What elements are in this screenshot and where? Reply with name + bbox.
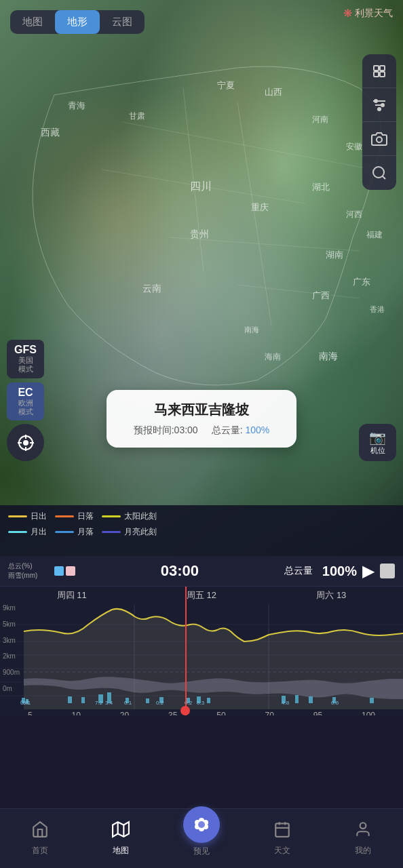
predict-center-icon xyxy=(183,806,220,843)
camera-button[interactable] xyxy=(362,122,396,156)
popup-forecast-time: 预报时间:03:00 xyxy=(134,425,198,437)
search-button[interactable] xyxy=(362,156,396,190)
sunrise-line xyxy=(8,515,27,517)
cloud-altitude-chart: 0.4 0.1 7.2 3.4 0.1 0.2 0.2 0.3 4.8 0.6 xyxy=(0,604,403,709)
nav-profile-label: 我的 xyxy=(355,845,371,856)
popup-location-title: 马来西亚吉隆坡 xyxy=(123,401,280,419)
svg-text:7.2: 7.2 xyxy=(95,700,103,706)
scale-35: 35 xyxy=(168,711,177,715)
moon-now-line xyxy=(102,531,121,533)
svg-text:0.3: 0.3 xyxy=(197,700,205,706)
svg-rect-64 xyxy=(309,696,313,703)
gfs-label: GFS xyxy=(11,344,40,356)
ec-desc: 欧洲模式 xyxy=(11,399,40,416)
play-button[interactable]: ▶ xyxy=(362,561,375,580)
scale-5: 5 xyxy=(28,711,33,715)
svg-rect-52 xyxy=(68,696,72,703)
nav-predict-label: 预见 xyxy=(193,846,210,857)
gfs-model-button[interactable]: GFS 美国模式 xyxy=(7,340,44,378)
camera-location-icon: 📷 xyxy=(369,429,386,446)
moonset-line xyxy=(55,531,74,533)
svg-point-33 xyxy=(378,108,381,111)
sun-now-label: 太阳此刻 xyxy=(124,511,157,522)
map-area[interactable]: 西藏 青海 甘肃 宁夏 山西 河南 安徽 湖北 河西 湖南 福建 广西 广东 香… xyxy=(0,0,403,556)
scale-0m: 0m xyxy=(3,685,20,692)
right-toolbar xyxy=(362,54,396,190)
cloud-value-display: 100% xyxy=(322,564,357,579)
svg-marker-78 xyxy=(113,822,129,837)
scale-2km: 2km xyxy=(3,652,20,660)
day-label-fri: 周五 12 xyxy=(187,589,216,601)
location-popup: 马来西亚吉隆坡 预报时间:03:00 总云量: 100% xyxy=(107,390,296,448)
filter-button[interactable] xyxy=(362,88,396,122)
legend-row-1: 日出 日落 太阳此刻 xyxy=(8,511,395,522)
day-label-sat: 周六 13 xyxy=(316,589,346,601)
legend-moonrise: 月出 xyxy=(8,526,47,538)
tab-cloud[interactable]: 云图 xyxy=(100,10,145,34)
altitude-scale-labels: 9km 5km 3km 2km 900m 0m xyxy=(0,604,22,692)
scale-3km: 3km xyxy=(3,637,20,644)
tab-terrain[interactable]: 地形 xyxy=(55,10,100,34)
search-icon xyxy=(371,165,387,181)
model-selector: GFS 美国模式 EC 欧洲模式 xyxy=(7,340,44,420)
svg-rect-30 xyxy=(380,72,385,77)
svg-point-32 xyxy=(381,104,384,106)
bottom-navigation: 首页 地图 预见 xyxy=(0,808,403,868)
current-time-display: 03:00 xyxy=(81,562,279,580)
app-logo: ❋ 利景天气 xyxy=(343,7,393,20)
scale-50: 50 xyxy=(216,711,225,715)
chart-type-labels: 总云(%) 雨雪(mm) xyxy=(8,561,49,580)
map-type-tabs[interactable]: 地图 地形 云图 xyxy=(10,10,145,34)
legend-row-2: 月出 月落 月亮此刻 xyxy=(8,526,395,538)
svg-point-34 xyxy=(377,137,382,142)
popup-info: 预报时间:03:00 总云量: 100% xyxy=(123,425,280,437)
nav-home[interactable]: 首页 xyxy=(0,821,81,856)
svg-rect-27 xyxy=(374,66,379,71)
svg-rect-88 xyxy=(275,823,289,837)
scale-70: 70 xyxy=(265,711,274,715)
svg-rect-29 xyxy=(374,72,379,77)
rain-snow-label: 雨雪(mm) xyxy=(8,571,49,580)
flower-icon xyxy=(191,814,212,835)
cloud-type-label: 总云(%) xyxy=(8,561,49,571)
crosshair-icon xyxy=(16,433,35,452)
nav-profile[interactable]: 我的 xyxy=(322,821,403,856)
forecast-chart[interactable]: 周四 11 周五 12 周六 13 9km 5km 3km 2km 900m 0… xyxy=(0,587,403,715)
camera-location-label: 机位 xyxy=(370,446,385,456)
time-scale-bar: 5 10 20 35 50 70 95 100 xyxy=(0,709,403,715)
stop-button[interactable] xyxy=(380,564,395,578)
time-indicator-line xyxy=(185,587,187,715)
svg-text:0.1: 0.1 xyxy=(124,700,132,706)
time-control-bar: 总云(%) 雨雪(mm) 03:00 总云量 100% ▶ xyxy=(0,556,403,587)
sunset-label: 日落 xyxy=(77,511,94,522)
nav-astronomy[interactable]: 天文 xyxy=(242,821,322,856)
svg-text:0.6: 0.6 xyxy=(331,700,339,706)
nav-home-label: 首页 xyxy=(32,845,48,856)
layers-icon xyxy=(371,63,387,79)
home-icon xyxy=(31,821,49,842)
sun-now-line xyxy=(102,515,121,517)
scale-900m: 900m xyxy=(3,669,20,676)
cloud-overlay xyxy=(0,0,403,556)
svg-point-87 xyxy=(198,821,205,828)
moonrise-line xyxy=(8,531,27,533)
moonrise-label: 月出 xyxy=(31,526,47,538)
sunrise-label: 日出 xyxy=(31,511,47,522)
svg-rect-61 xyxy=(207,698,210,703)
svg-rect-57 xyxy=(146,698,149,703)
filter-icon xyxy=(371,97,387,113)
crosshair-button[interactable] xyxy=(7,424,44,461)
legend-sunset: 日落 xyxy=(55,511,94,522)
svg-text:0.1: 0.1 xyxy=(23,700,31,706)
camera-location-button[interactable]: 📷 机位 xyxy=(359,424,396,461)
nav-map[interactable]: 地图 xyxy=(81,821,161,856)
svg-text:0.2: 0.2 xyxy=(156,700,164,706)
scale-9km: 9km xyxy=(3,604,20,612)
nav-predict[interactable]: 预见 xyxy=(161,820,242,857)
ec-model-button[interactable]: EC 欧洲模式 xyxy=(7,382,44,420)
nav-map-label: 地图 xyxy=(113,845,129,856)
svg-text:4.8: 4.8 xyxy=(282,700,290,706)
tab-map[interactable]: 地图 xyxy=(10,10,55,34)
svg-text:3.4: 3.4 xyxy=(105,700,113,706)
layers-button[interactable] xyxy=(362,54,396,88)
